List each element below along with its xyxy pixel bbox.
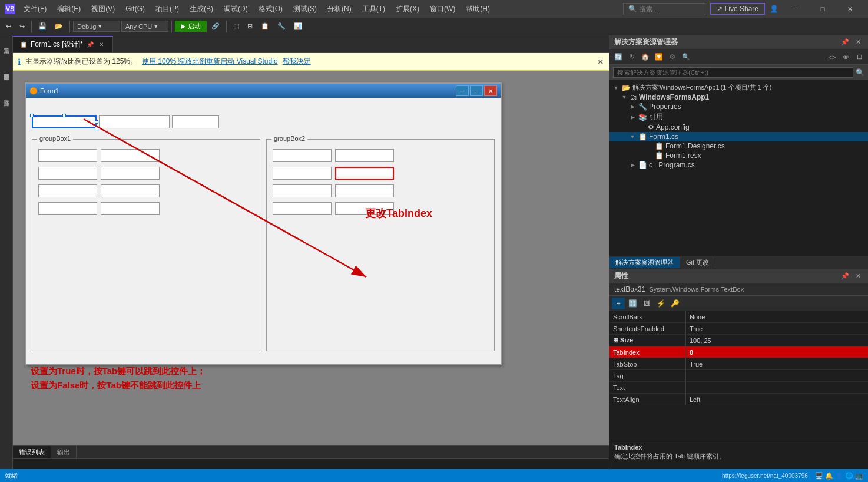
prop-icon-link[interactable]: 🔑 bbox=[668, 298, 681, 309]
git-changes-tab[interactable]: Git 更改 bbox=[680, 257, 715, 268]
menu-help[interactable]: 帮助(H) bbox=[461, 2, 495, 16]
gb2-tb7[interactable] bbox=[273, 202, 332, 215]
gb1-tb4[interactable] bbox=[101, 167, 160, 180]
prop-tabstop[interactable]: TabStop True bbox=[609, 358, 868, 370]
gb2-tb3[interactable] bbox=[273, 167, 332, 180]
props-pin-icon[interactable]: 📌 bbox=[840, 271, 850, 282]
prop-text[interactable]: Text bbox=[609, 382, 868, 394]
tree-form1cs[interactable]: ▼ 📋 Form1.cs bbox=[609, 132, 868, 141]
textbox-2[interactable] bbox=[99, 115, 170, 128]
sol-tool-filter[interactable]: 🔽 bbox=[652, 51, 665, 63]
menu-project[interactable]: 项目(P) bbox=[151, 2, 184, 16]
tree-project[interactable]: ▼ 🗂 WindowsFormsApp1 bbox=[609, 93, 868, 102]
debug-config-dropdown[interactable]: Debug ▾ bbox=[73, 21, 120, 32]
close-button[interactable]: ✕ bbox=[836, 0, 863, 18]
notification-link[interactable]: 使用 100% 缩放比例重新启动 Visual Studio bbox=[142, 57, 278, 67]
prop-shortcuts[interactable]: ShortcutsEnabled True bbox=[609, 323, 868, 335]
prop-tag-value[interactable] bbox=[686, 370, 868, 381]
sol-pin-icon[interactable]: 📌 bbox=[840, 37, 850, 48]
tree-properties[interactable]: ▶ 🔧 Properties bbox=[609, 102, 868, 111]
toolbar-save[interactable]: 💾 bbox=[35, 21, 50, 31]
live-share-button[interactable]: ↗ Live Share bbox=[710, 3, 765, 15]
prop-tabindex-value[interactable]: 0 bbox=[686, 346, 868, 358]
sol-tool-home[interactable]: 🏠 bbox=[639, 51, 652, 63]
toolbar-attach[interactable]: 🔗 bbox=[208, 21, 223, 31]
prop-textalign-value[interactable]: Left bbox=[686, 394, 868, 405]
prop-tabstop-value[interactable]: True bbox=[686, 358, 868, 369]
search-box[interactable]: 🔍 搜索... bbox=[623, 3, 705, 15]
sol-tool-extra[interactable]: ⊟ bbox=[853, 51, 866, 63]
textbox-3[interactable] bbox=[172, 115, 219, 128]
menu-build[interactable]: 生成(B) bbox=[185, 2, 218, 16]
toolbar-redo[interactable]: ↪ bbox=[16, 21, 28, 31]
gb2-tb8[interactable] bbox=[335, 202, 394, 215]
sol-tool-settings[interactable]: ⚙ bbox=[666, 51, 679, 63]
platform-dropdown[interactable]: Any CPU ▾ bbox=[121, 21, 168, 32]
tree-appconfig[interactable]: ⚙ App.config bbox=[609, 123, 868, 132]
menu-test[interactable]: 测试(S) bbox=[289, 2, 322, 16]
menu-analyze[interactable]: 分析(N) bbox=[323, 2, 356, 16]
gb1-tb5[interactable] bbox=[38, 184, 97, 197]
sol-tool-refresh[interactable]: ↻ bbox=[625, 51, 638, 63]
gb2-tb2[interactable] bbox=[335, 149, 394, 162]
gb2-tb1[interactable] bbox=[273, 149, 332, 162]
tree-form1designer[interactable]: 📋 Form1.Designer.cs bbox=[609, 141, 868, 151]
sol-tool-sync[interactable]: 🔄 bbox=[612, 51, 625, 63]
gb1-tb6[interactable] bbox=[101, 184, 160, 197]
sidebar-toolbox[interactable]: 工具箱 bbox=[1, 38, 12, 49]
prop-tag[interactable]: Tag bbox=[609, 370, 868, 382]
textbox-selected[interactable] bbox=[32, 115, 97, 128]
toolbar-extra3[interactable]: 📋 bbox=[257, 21, 273, 31]
menu-git[interactable]: Git(G) bbox=[121, 3, 150, 15]
gb1-tb1[interactable] bbox=[38, 149, 97, 162]
gb1-tb7[interactable] bbox=[38, 202, 97, 215]
profile-icon[interactable]: 👤 bbox=[770, 5, 778, 13]
prop-size-value[interactable]: 100, 25 bbox=[686, 335, 868, 346]
gb1-tb8[interactable] bbox=[101, 202, 160, 215]
start-button[interactable]: ▶ 启动 bbox=[175, 21, 207, 32]
gb1-tb2[interactable] bbox=[101, 149, 160, 162]
sol-tool-view[interactable]: 👁 bbox=[839, 51, 852, 63]
sol-tool-code[interactable]: <> bbox=[826, 51, 839, 63]
tab-error-list[interactable]: 错误列表 bbox=[13, 446, 51, 458]
gb2-tb5[interactable] bbox=[273, 184, 332, 197]
props-close-icon[interactable]: ✕ bbox=[853, 271, 863, 282]
toolbar-extra5[interactable]: 📊 bbox=[290, 21, 306, 31]
prop-size[interactable]: ⊞ Size 100, 25 bbox=[609, 335, 868, 346]
tree-programcs[interactable]: ▶ 📄 c= Program.cs bbox=[609, 160, 868, 170]
tab-close-icon[interactable]: ✕ bbox=[97, 41, 105, 48]
tab-output[interactable]: 输出 bbox=[51, 446, 77, 458]
toolbar-open[interactable]: 📂 bbox=[51, 21, 67, 31]
notification-decision[interactable]: 帮我决定 bbox=[283, 57, 311, 67]
prop-text-value[interactable] bbox=[686, 382, 868, 393]
toolbar-extra1[interactable]: ⬚ bbox=[230, 21, 243, 31]
form-design-area[interactable]: 🟠 Form1 ─ □ ✕ bbox=[13, 71, 609, 445]
winform-minimize[interactable]: ─ bbox=[456, 85, 469, 96]
menu-file[interactable]: 文件(F) bbox=[19, 2, 51, 16]
menu-tools[interactable]: 工具(T) bbox=[357, 2, 390, 16]
menu-edit[interactable]: 编辑(E) bbox=[52, 2, 85, 16]
winform-maximize[interactable]: □ bbox=[470, 85, 483, 96]
tree-solution[interactable]: ▼ 📂 解决方案'WindowsFormsApp1'(1 个项目/共 1 个) bbox=[609, 82, 868, 93]
prop-sort-alpha[interactable]: 🔡 bbox=[626, 298, 639, 309]
toolbar-extra4[interactable]: 🔧 bbox=[274, 21, 289, 31]
sidebar-item2[interactable]: 选择器 bbox=[1, 90, 12, 101]
prop-scrollbars[interactable]: ScrollBars None bbox=[609, 311, 868, 323]
gb2-tb4[interactable] bbox=[335, 167, 394, 180]
tree-form1resx[interactable]: 📋 Form1.resx bbox=[609, 151, 868, 160]
toolbar-extra2[interactable]: ⊞ bbox=[244, 21, 256, 31]
sidebar-item1[interactable]: 服务器资源管理器 bbox=[1, 64, 12, 75]
minimize-button[interactable]: ─ bbox=[782, 0, 809, 18]
prop-icon-photo[interactable]: 🖼 bbox=[640, 298, 653, 309]
menu-debug[interactable]: 调试(D) bbox=[219, 2, 253, 16]
winform-close[interactable]: ✕ bbox=[484, 85, 497, 96]
menu-format[interactable]: 格式(O) bbox=[254, 2, 287, 16]
menu-view[interactable]: 视图(V) bbox=[87, 2, 120, 16]
maximize-button[interactable]: □ bbox=[809, 0, 836, 18]
tree-references[interactable]: ▶ 📚 引用 bbox=[609, 111, 868, 123]
gb1-tb3[interactable] bbox=[38, 167, 97, 180]
prop-textalign[interactable]: TextAlign Left bbox=[609, 394, 868, 405]
sol-explorer-tab[interactable]: 解决方案资源管理器 bbox=[609, 257, 680, 268]
sol-close-icon[interactable]: ✕ bbox=[853, 37, 863, 48]
prop-sort-category[interactable]: ≡ bbox=[612, 298, 625, 309]
